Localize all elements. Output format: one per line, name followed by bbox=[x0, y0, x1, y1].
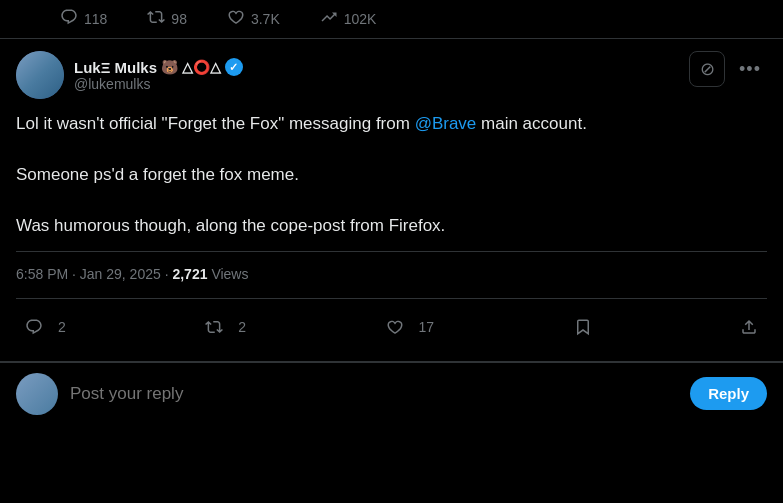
heart-icon bbox=[227, 8, 245, 30]
engage-comment-icon bbox=[16, 309, 52, 345]
reply-avatar bbox=[16, 373, 58, 415]
engage-retweets-count: 2 bbox=[238, 319, 246, 335]
tweet-views-count: 2,721 bbox=[172, 266, 207, 282]
stat-retweets-count: 98 bbox=[171, 11, 187, 27]
engage-retweets[interactable]: 2 bbox=[196, 309, 246, 345]
engage-retweet-icon bbox=[196, 309, 232, 345]
tweet-header-actions: ⊘ ••• bbox=[689, 51, 767, 87]
stat-retweets[interactable]: 98 bbox=[147, 8, 187, 30]
chart-icon bbox=[320, 8, 338, 30]
engage-likes-count: 17 bbox=[419, 319, 435, 335]
tweet-text-part1: Lol it wasn't official "Forget the Fox" … bbox=[16, 114, 415, 133]
bookmark-icon bbox=[565, 309, 601, 345]
author-name-row: LukΞ Mulks 🐻 △⭕△ bbox=[74, 58, 243, 76]
avatar[interactable] bbox=[16, 51, 64, 99]
tweet-paragraph-2: Someone ps'd a forget the fox meme. bbox=[16, 162, 767, 188]
stat-views[interactable]: 102K bbox=[320, 8, 377, 30]
tweet-paragraph-3: Was humorous though, along the cope-post… bbox=[16, 213, 767, 239]
reply-area: Reply bbox=[0, 362, 783, 425]
share-icon bbox=[731, 309, 767, 345]
tweet-timestamp: 6:58 PM · Jan 29, 2025 bbox=[16, 266, 161, 282]
engage-heart-icon bbox=[377, 309, 413, 345]
mention-brave[interactable]: @Brave bbox=[415, 114, 477, 133]
reply-button[interactable]: Reply bbox=[690, 377, 767, 410]
engage-comments[interactable]: 2 bbox=[16, 309, 66, 345]
tweet-header: LukΞ Mulks 🐻 △⭕△ @lukemulks ⊘ ••• bbox=[16, 51, 767, 99]
top-stats-bar: 118 98 3.7K 102K bbox=[0, 0, 783, 39]
stat-likes-count: 3.7K bbox=[251, 11, 280, 27]
more-icon: ••• bbox=[739, 59, 761, 80]
stat-views-count: 102K bbox=[344, 11, 377, 27]
display-name: LukΞ Mulks bbox=[74, 59, 157, 76]
tweet-text: Lol it wasn't official "Forget the Fox" … bbox=[16, 111, 767, 239]
reply-input[interactable] bbox=[70, 384, 678, 404]
tweet-body: LukΞ Mulks 🐻 △⭕△ @lukemulks ⊘ ••• Lo bbox=[0, 39, 783, 362]
tweet-paragraph-1: Lol it wasn't official "Forget the Fox" … bbox=[16, 111, 767, 137]
engage-comments-count: 2 bbox=[58, 319, 66, 335]
author-info: LukΞ Mulks 🐻 △⭕△ @lukemulks bbox=[74, 58, 243, 92]
stat-likes[interactable]: 3.7K bbox=[227, 8, 280, 30]
slash-button[interactable]: ⊘ bbox=[689, 51, 725, 87]
retweet-icon bbox=[147, 8, 165, 30]
tweet-author: LukΞ Mulks 🐻 △⭕△ @lukemulks bbox=[16, 51, 243, 99]
verified-badge bbox=[225, 58, 243, 76]
engage-likes[interactable]: 17 bbox=[377, 309, 435, 345]
author-emojis: 🐻 △⭕△ bbox=[161, 59, 221, 75]
tweet-views-label: Views bbox=[211, 266, 248, 282]
author-handle: @lukemulks bbox=[74, 76, 243, 92]
tweet-text-part2: main account. bbox=[476, 114, 587, 133]
engage-share[interactable] bbox=[731, 309, 767, 345]
engagement-bar: 2 2 17 bbox=[16, 298, 767, 349]
engage-bookmark[interactable] bbox=[565, 309, 601, 345]
slash-icon: ⊘ bbox=[700, 58, 715, 80]
tweet-page: 118 98 3.7K 102K bbox=[0, 0, 783, 503]
stat-comments[interactable]: 118 bbox=[60, 8, 107, 30]
stat-comments-count: 118 bbox=[84, 11, 107, 27]
tweet-meta: 6:58 PM · Jan 29, 2025 · 2,721 Views bbox=[16, 251, 767, 282]
comment-icon bbox=[60, 8, 78, 30]
more-button[interactable]: ••• bbox=[733, 52, 767, 86]
